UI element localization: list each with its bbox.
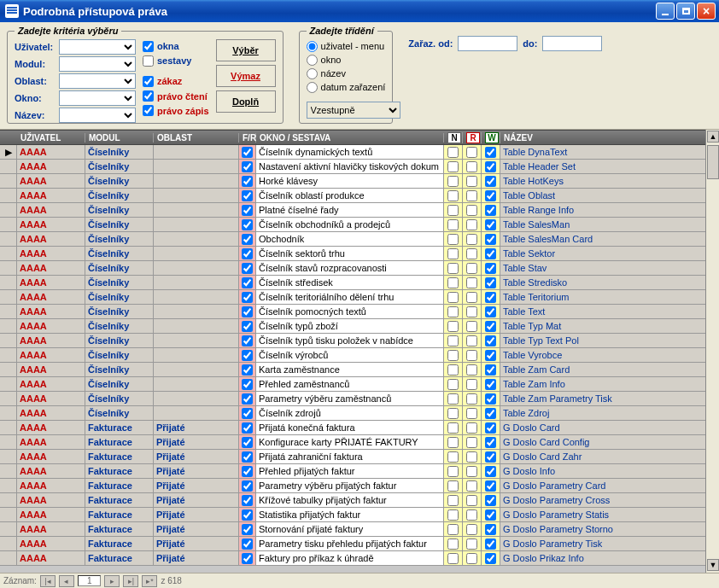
hdr-fr[interactable]: F/R bbox=[239, 133, 256, 143]
maximize-button[interactable] bbox=[676, 3, 695, 20]
cell-fr[interactable] bbox=[239, 290, 256, 305]
cell-w[interactable] bbox=[482, 508, 500, 522]
sort-datum[interactable] bbox=[307, 82, 318, 93]
cell-fr[interactable] bbox=[239, 305, 256, 319]
cell-fr[interactable] bbox=[239, 189, 256, 203]
scroll-down-icon[interactable]: ▼ bbox=[707, 559, 719, 571]
check-zakaz[interactable] bbox=[143, 76, 154, 87]
table-row[interactable]: AAAAČíselníkyČíselník zdrojůTable Zdroj bbox=[0, 406, 719, 421]
row-selector[interactable] bbox=[0, 334, 17, 348]
select-okno[interactable] bbox=[59, 90, 136, 106]
hdr-n[interactable]: N bbox=[444, 132, 463, 143]
table-row[interactable]: AAAAFakturacePřijatéPřehled přijatých fa… bbox=[0, 464, 719, 479]
cell-r[interactable] bbox=[463, 189, 482, 203]
cell-fr[interactable] bbox=[239, 450, 256, 464]
cell-w[interactable] bbox=[482, 479, 500, 493]
table-row[interactable]: AAAAČíselníkyPlatné číselné řadyTable Ra… bbox=[0, 203, 719, 218]
vertical-scrollbar[interactable]: ▲ ▼ bbox=[705, 130, 719, 573]
cell-r[interactable] bbox=[463, 435, 482, 450]
table-row[interactable]: AAAAČíselníkyPřehled zaměstnancůTable Za… bbox=[0, 377, 719, 392]
cell-fr[interactable] bbox=[239, 276, 256, 290]
table-row[interactable]: ▶AAAAČíselníkyČíselník dynamických textů… bbox=[0, 145, 719, 160]
cell-w[interactable] bbox=[482, 232, 500, 247]
cell-r[interactable] bbox=[463, 334, 482, 348]
cell-fr[interactable] bbox=[239, 232, 256, 247]
cell-w[interactable] bbox=[482, 160, 500, 174]
cell-fr[interactable] bbox=[239, 261, 256, 276]
hdr-r[interactable]: R bbox=[463, 132, 482, 143]
scroll-up-icon[interactable]: ▲ bbox=[707, 131, 719, 143]
cell-n[interactable] bbox=[444, 537, 463, 551]
select-nazev[interactable] bbox=[59, 108, 136, 123]
cell-r[interactable] bbox=[463, 479, 482, 493]
row-selector[interactable] bbox=[0, 363, 17, 377]
close-button[interactable]: × bbox=[697, 3, 716, 20]
cell-r[interactable] bbox=[463, 421, 482, 435]
cell-n[interactable] bbox=[444, 305, 463, 319]
cell-r[interactable] bbox=[463, 508, 482, 522]
cell-fr[interactable] bbox=[239, 160, 256, 174]
cell-r[interactable] bbox=[463, 377, 482, 392]
cell-w[interactable] bbox=[482, 551, 500, 566]
cell-w[interactable] bbox=[482, 203, 500, 218]
hdr-w[interactable]: W bbox=[482, 132, 500, 143]
table-row[interactable]: AAAAFakturacePřijatéKřížové tabulky přij… bbox=[0, 493, 719, 508]
cell-r[interactable] bbox=[463, 261, 482, 276]
cell-r[interactable] bbox=[463, 392, 482, 406]
cell-n[interactable] bbox=[444, 218, 463, 232]
cell-w[interactable] bbox=[482, 218, 500, 232]
row-selector[interactable] bbox=[0, 479, 17, 493]
sort-okno[interactable] bbox=[307, 55, 318, 66]
cell-n[interactable] bbox=[444, 508, 463, 522]
hdr-modul[interactable]: MODUL bbox=[85, 133, 154, 143]
cell-fr[interactable] bbox=[239, 406, 256, 421]
sort-uzivatel-menu[interactable] bbox=[307, 41, 318, 52]
cell-n[interactable] bbox=[444, 377, 463, 392]
cell-n[interactable] bbox=[444, 203, 463, 218]
cell-w[interactable] bbox=[482, 247, 500, 261]
cell-fr[interactable] bbox=[239, 537, 256, 551]
cell-fr[interactable] bbox=[239, 479, 256, 493]
table-row[interactable]: AAAAČíselníkyČíselník výrobcůTable Vyrob… bbox=[0, 348, 719, 363]
row-selector[interactable]: ▶ bbox=[0, 145, 17, 160]
cell-w[interactable] bbox=[482, 174, 500, 189]
table-row[interactable]: AAAAČíselníkyČíselník sektorů trhuTable … bbox=[0, 247, 719, 261]
cell-fr[interactable] bbox=[239, 218, 256, 232]
cell-r[interactable] bbox=[463, 276, 482, 290]
row-selector[interactable] bbox=[0, 522, 17, 537]
cell-fr[interactable] bbox=[239, 464, 256, 479]
cell-w[interactable] bbox=[482, 276, 500, 290]
cell-r[interactable] bbox=[463, 145, 482, 160]
row-selector[interactable] bbox=[0, 435, 17, 450]
row-selector[interactable] bbox=[0, 218, 17, 232]
cell-n[interactable] bbox=[444, 247, 463, 261]
vymaz-button[interactable]: Výmaz bbox=[216, 65, 276, 87]
table-row[interactable]: AAAAČíselníkyČíselník typů zbožíTable Ty… bbox=[0, 319, 719, 334]
cell-n[interactable] bbox=[444, 348, 463, 363]
cell-n[interactable] bbox=[444, 232, 463, 247]
cell-n[interactable] bbox=[444, 261, 463, 276]
table-row[interactable]: AAAAČíselníkyČíselník středisekTable Str… bbox=[0, 276, 719, 290]
cell-r[interactable] bbox=[463, 218, 482, 232]
cell-w[interactable] bbox=[482, 421, 500, 435]
row-selector[interactable] bbox=[0, 232, 17, 247]
dopln-button[interactable]: Doplň bbox=[216, 90, 276, 113]
check-okna[interactable] bbox=[143, 41, 154, 52]
cell-w[interactable] bbox=[482, 464, 500, 479]
cell-w[interactable] bbox=[482, 348, 500, 363]
cell-w[interactable] bbox=[482, 319, 500, 334]
table-row[interactable]: AAAAFakturacePřijatéStornování přijaté f… bbox=[0, 522, 719, 537]
cell-w[interactable] bbox=[482, 189, 500, 203]
cell-r[interactable] bbox=[463, 348, 482, 363]
table-row[interactable]: AAAAČíselníkyČíselník typů tisku položek… bbox=[0, 334, 719, 348]
cell-r[interactable] bbox=[463, 537, 482, 551]
cell-fr[interactable] bbox=[239, 348, 256, 363]
row-selector[interactable] bbox=[0, 290, 17, 305]
cell-n[interactable] bbox=[444, 551, 463, 566]
row-selector[interactable] bbox=[0, 203, 17, 218]
cell-r[interactable] bbox=[463, 160, 482, 174]
nav-new[interactable]: ▸* bbox=[142, 575, 157, 587]
cell-n[interactable] bbox=[444, 174, 463, 189]
nav-first[interactable]: |◂ bbox=[40, 575, 56, 587]
table-row[interactable]: AAAAFakturacePřijatéFaktury pro příkaz k… bbox=[0, 551, 719, 566]
